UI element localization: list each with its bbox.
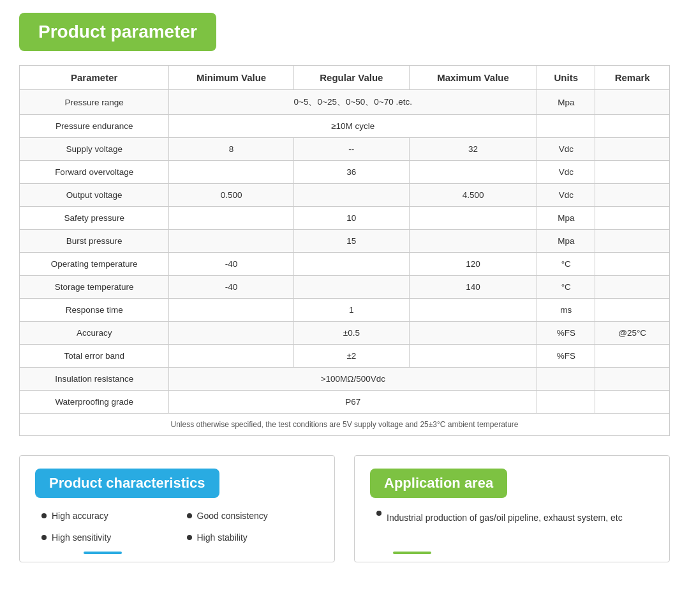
char-item: High stability xyxy=(187,532,320,543)
cell-units: °C xyxy=(537,253,595,276)
cell-min: 8 xyxy=(169,138,294,161)
col-header-regular: Regular Value xyxy=(293,66,409,90)
cell-param: Storage temperature xyxy=(20,276,169,299)
cell-regular: ±2 xyxy=(293,345,409,368)
cell-param: Accuracy xyxy=(20,322,169,345)
cell-span: P67 xyxy=(169,391,537,414)
char-label: High sensitivity xyxy=(52,532,111,543)
app-label: Industrial production of gas/oil pipelin… xyxy=(387,511,623,525)
cell-remark xyxy=(595,230,670,253)
table-row: Operating temperature-40120°C xyxy=(20,253,670,276)
cell-regular: -- xyxy=(293,138,409,161)
cell-units: ms xyxy=(537,299,595,322)
col-header-parameter: Parameter xyxy=(20,66,169,90)
char-label: High accuracy xyxy=(52,511,108,521)
cell-remark xyxy=(595,276,670,299)
char-label: Good consistency xyxy=(197,511,268,521)
cell-max: 32 xyxy=(409,138,537,161)
cell-regular: 1 xyxy=(293,299,409,322)
cell-units: Vdc xyxy=(537,138,595,161)
table-row: Response time1ms xyxy=(20,299,670,322)
cell-span: >100MΩ/500Vdc xyxy=(169,368,537,391)
underline-blue xyxy=(84,552,122,554)
cell-min xyxy=(169,322,294,345)
cell-max xyxy=(409,345,537,368)
col-header-units: Units xyxy=(537,66,595,90)
application-card: Application area Industrial production o… xyxy=(354,455,670,562)
table-row: Pressure endurance≥10M cycle xyxy=(20,115,670,138)
product-param-badge: Product parameter xyxy=(19,13,216,51)
underline-green xyxy=(393,552,431,554)
cell-remark xyxy=(595,299,670,322)
table-row: Waterproofing gradeP67 xyxy=(20,391,670,414)
cell-min: -40 xyxy=(169,276,294,299)
bullet-icon xyxy=(41,513,47,518)
characteristics-badge: Product characteristics xyxy=(35,469,219,498)
col-header-min: Minimum Value xyxy=(169,66,294,90)
cell-remark xyxy=(595,138,670,161)
cell-units xyxy=(537,391,595,414)
cell-param: Pressure endurance xyxy=(20,115,169,138)
cell-param: Safety pressure xyxy=(20,207,169,230)
char-label: High stability xyxy=(197,532,248,543)
cell-min: -40 xyxy=(169,253,294,276)
cell-min xyxy=(169,345,294,368)
cell-units: Mpa xyxy=(537,230,595,253)
cell-units xyxy=(537,368,595,391)
cell-regular: 10 xyxy=(293,207,409,230)
cell-max xyxy=(409,322,537,345)
table-row: Storage temperature-40140°C xyxy=(20,276,670,299)
cell-units: Mpa xyxy=(537,90,595,115)
cell-min xyxy=(169,207,294,230)
table-row: Supply voltage8--32Vdc xyxy=(20,138,670,161)
note-row: Unless otherwise specified, the test con… xyxy=(20,414,670,436)
application-badge: Application area xyxy=(370,469,507,498)
cell-units: Vdc xyxy=(537,161,595,184)
cell-regular xyxy=(293,276,409,299)
characteristics-grid: High accuracyGood consistencyHigh sensit… xyxy=(35,511,319,543)
cell-remark xyxy=(595,115,670,138)
characteristics-card: Product characteristics High accuracyGoo… xyxy=(19,455,335,562)
col-header-max: Maximum Value xyxy=(409,66,537,90)
cell-span: ≥10M cycle xyxy=(169,115,537,138)
cell-param: Output voltage xyxy=(20,184,169,207)
cell-units: %FS xyxy=(537,345,595,368)
cell-remark xyxy=(595,90,670,115)
cell-param: Insulation resistance xyxy=(20,368,169,391)
cell-units: %FS xyxy=(537,322,595,345)
cell-regular: 15 xyxy=(293,230,409,253)
cell-max xyxy=(409,161,537,184)
cell-param: Waterproofing grade xyxy=(20,391,169,414)
table-row: Forward overvoltage36Vdc xyxy=(20,161,670,184)
char-item: High accuracy xyxy=(41,511,174,521)
cell-max: 120 xyxy=(409,253,537,276)
bottom-section: Product characteristics High accuracyGoo… xyxy=(19,455,670,562)
cell-param: Response time xyxy=(20,299,169,322)
cell-min xyxy=(169,161,294,184)
cell-units xyxy=(537,115,595,138)
cell-param: Burst pressure xyxy=(20,230,169,253)
cell-units: Mpa xyxy=(537,207,595,230)
bullet-icon xyxy=(376,511,382,516)
cell-max xyxy=(409,230,537,253)
cell-param: Pressure range xyxy=(20,90,169,115)
table-row: Total error band±2%FS xyxy=(20,345,670,368)
cell-max xyxy=(409,299,537,322)
cell-param: Forward overvoltage xyxy=(20,161,169,184)
app-item: Industrial production of gas/oil pipelin… xyxy=(370,511,654,525)
cell-param: Total error band xyxy=(20,345,169,368)
cell-min xyxy=(169,230,294,253)
cell-min: 0.500 xyxy=(169,184,294,207)
cell-regular: ±0.5 xyxy=(293,322,409,345)
application-items: Industrial production of gas/oil pipelin… xyxy=(370,511,654,525)
col-header-remark: Remark xyxy=(595,66,670,90)
cell-max xyxy=(409,207,537,230)
table-row: Pressure range0~5、0~25、0~50、0~70 .etc.Mp… xyxy=(20,90,670,115)
cell-param: Supply voltage xyxy=(20,138,169,161)
table-row: Burst pressure15Mpa xyxy=(20,230,670,253)
bullet-icon xyxy=(187,513,192,518)
cell-min xyxy=(169,299,294,322)
cell-remark xyxy=(595,345,670,368)
bullet-icon xyxy=(41,535,47,540)
cell-remark xyxy=(595,253,670,276)
